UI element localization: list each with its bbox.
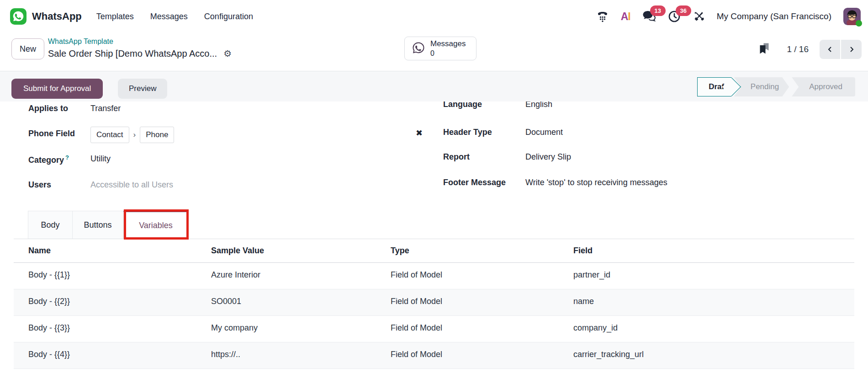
activities-badge: 36 — [676, 5, 691, 16]
field-label-report: Report — [443, 152, 470, 162]
field-value-report[interactable]: Delivery Slip — [525, 152, 571, 162]
field-value-footer-message[interactable]: Write 'stop' to stop receiving messages — [525, 178, 667, 187]
apps-menu-whatsapp[interactable]: WhatsApp — [10, 8, 82, 25]
breadcrumb: WhatsApp Template Sale Order Ship [Demo … — [48, 37, 232, 59]
phone-field-chip-phone[interactable]: Phone — [140, 127, 174, 143]
tab-body[interactable]: Body — [28, 211, 73, 239]
stat-button-value: 0 — [430, 49, 434, 58]
field-label-phone-field: Phone Field — [28, 129, 75, 139]
user-avatar[interactable] — [843, 8, 861, 25]
field-label-category: Category? — [28, 154, 69, 165]
pager-next-button[interactable] — [841, 40, 862, 59]
tab-label: Variables — [139, 221, 173, 230]
tab-label: Buttons — [84, 220, 111, 230]
menu-messages[interactable]: Messages — [150, 12, 188, 21]
record-title: Sale Order Ship [Demo WhatsApp Acco... — [48, 48, 217, 59]
column-header-name[interactable]: Name — [28, 246, 51, 256]
cell-type: Field of Model — [391, 270, 442, 280]
app-menu: Templates Messages Configuration — [96, 12, 253, 21]
phone-field-path: Contact › Phone — [90, 127, 174, 143]
status-step-approved[interactable]: Approved — [792, 77, 855, 96]
phone-field-remove-icon[interactable]: ✖ — [416, 128, 423, 138]
cell-sample: SO0001 — [211, 297, 241, 306]
table-row[interactable]: Body - {{3}} My company Field of Model c… — [14, 316, 854, 342]
stat-button-label: Messages — [430, 39, 466, 48]
ai-letter-a: A — [621, 11, 628, 22]
app-title: WhatsApp — [32, 11, 82, 22]
field-label-applies-to: Applies to — [28, 104, 68, 113]
form-sheet: Applies to Transfer Phone Field Contact … — [0, 101, 868, 379]
status-step-label: Pending — [751, 82, 779, 91]
help-question-icon[interactable]: ? — [65, 154, 69, 161]
field-label-footer-message: Footer Message — [443, 178, 506, 187]
column-header-sample[interactable]: Sample Value — [211, 246, 264, 256]
cell-name: Body - {{2}} — [28, 297, 70, 306]
tools-icon[interactable] — [693, 11, 705, 23]
gear-icon[interactable]: ⚙ — [223, 48, 232, 59]
discuss-chat-icon[interactable]: 13 — [642, 10, 656, 23]
field-value-applies-to[interactable]: Transfer — [90, 104, 121, 113]
chevron-separator-icon: › — [133, 130, 136, 139]
top-navbar: WhatsApp Templates Messages Configuratio… — [0, 0, 868, 33]
phone-field-chip-contact[interactable]: Contact — [90, 127, 129, 143]
whatsapp-template-form-page: WhatsApp Templates Messages Configuratio… — [0, 0, 868, 379]
cell-field: partner_id — [573, 270, 610, 280]
breadcrumb-parent-link[interactable]: WhatsApp Template — [48, 37, 232, 46]
company-switcher[interactable]: My Company (San Francisco) — [717, 11, 831, 21]
messages-stat-button[interactable]: Messages 0 — [404, 37, 476, 60]
tab-buttons[interactable]: Buttons — [72, 211, 123, 239]
tab-variables[interactable]: Variables — [123, 211, 188, 239]
cell-sample: Azure Interior — [211, 270, 260, 280]
cell-sample: My company — [211, 323, 258, 333]
voip-phone-icon[interactable] — [596, 10, 609, 23]
pager-count: 1 / 16 — [787, 44, 809, 54]
column-header-field[interactable]: Field — [573, 246, 593, 256]
column-header-type[interactable]: Type — [391, 246, 409, 256]
table-row[interactable]: Body - {{2}} SO0001 Field of Model name — [14, 289, 854, 316]
bookmark-icon[interactable] — [757, 42, 771, 57]
cell-type: Field of Model — [391, 323, 442, 333]
status-step-pending[interactable]: Pending — [734, 77, 789, 96]
control-panel: New WhatsApp Template Sale Order Ship [D… — [0, 33, 868, 71]
table-row[interactable]: Body - {{4}} https://.. Field of Model c… — [14, 342, 854, 369]
online-status-dot — [856, 20, 862, 27]
field-label-language: Language — [443, 101, 482, 109]
chevron-left-icon — [826, 46, 834, 53]
status-step-label: Approved — [809, 82, 842, 91]
menu-configuration[interactable]: Configuration — [204, 12, 253, 21]
preview-button[interactable]: Preview — [118, 79, 167, 99]
new-button[interactable]: New — [11, 38, 44, 59]
tab-label: Body — [41, 220, 59, 230]
cell-name: Body - {{4}} — [28, 350, 70, 359]
activities-clock-icon[interactable]: 36 — [668, 10, 681, 23]
field-value-language[interactable]: English — [525, 101, 552, 109]
cell-field: carrier_tracking_url — [573, 350, 644, 359]
ai-icon[interactable]: AI — [621, 11, 630, 22]
variables-table: Name Sample Value Type Field Body - {{1}… — [14, 240, 854, 369]
menu-templates[interactable]: Templates — [96, 12, 134, 21]
field-label-header-type: Header Type — [443, 128, 492, 137]
chat-badge: 13 — [650, 5, 666, 16]
pager: 1 / 16 — [757, 39, 862, 59]
field-value-header-type[interactable]: Document — [525, 128, 563, 137]
field-value-category[interactable]: Utility — [90, 154, 111, 164]
cell-field: company_id — [573, 323, 618, 333]
cell-field: name — [573, 297, 594, 306]
cell-type: Field of Model — [391, 350, 442, 359]
cell-sample: https://.. — [211, 350, 240, 359]
cell-type: Field of Model — [391, 297, 442, 306]
status-step-label: Draft — [709, 82, 727, 91]
field-label-users: Users — [28, 180, 51, 190]
pager-previous-button[interactable] — [820, 40, 840, 59]
status-steps: Draft Pending Approved — [697, 77, 855, 96]
table-header-row: Name Sample Value Type Field — [14, 240, 854, 263]
table-row[interactable]: Body - {{1}} Azure Interior Field of Mod… — [14, 263, 854, 289]
field-value-users-placeholder[interactable]: Accessible to all Users — [90, 180, 173, 190]
notebook-tabs: Body Buttons Variables — [14, 210, 854, 239]
chevron-right-icon — [848, 46, 855, 53]
submit-for-approval-button[interactable]: Submit for Approval — [11, 79, 103, 99]
status-step-draft[interactable]: Draft — [697, 77, 731, 96]
whatsapp-outline-icon — [411, 41, 426, 57]
form-statusbar: Submit for Approval Preview Draft Pendin… — [0, 71, 868, 101]
ai-letter-i: I — [628, 11, 630, 22]
